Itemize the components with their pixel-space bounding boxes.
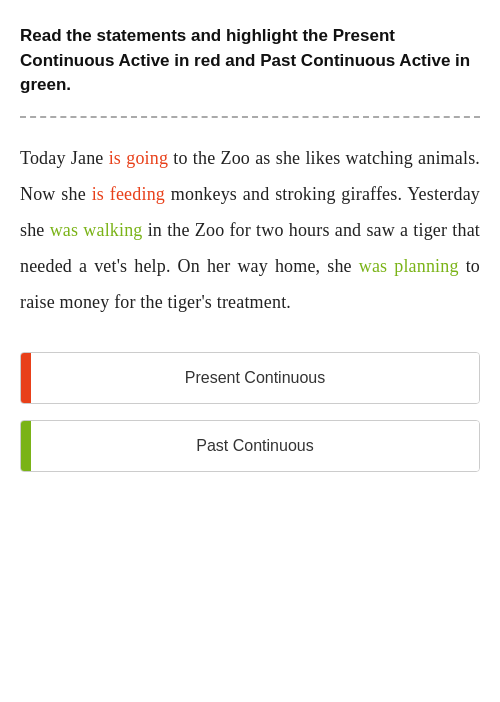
main-container: Read the statements and highlight the Pr… bbox=[0, 0, 500, 496]
present-continuous-color-bar bbox=[21, 353, 31, 403]
past-continuous-button[interactable]: Past Continuous bbox=[31, 421, 479, 471]
passage-text: Today Jane is going to the Zoo as she li… bbox=[20, 140, 480, 320]
highlight-present-2: is feeding bbox=[92, 184, 165, 204]
highlight-past-2: was planning bbox=[359, 256, 459, 276]
past-continuous-color-bar bbox=[21, 421, 31, 471]
highlight-past-1: was walking bbox=[50, 220, 143, 240]
buttons-section: Present Continuous Past Continuous bbox=[20, 352, 480, 472]
passage-segment-1: Today Jane bbox=[20, 148, 109, 168]
present-continuous-button[interactable]: Present Continuous bbox=[31, 353, 479, 403]
past-continuous-button-row[interactable]: Past Continuous bbox=[20, 420, 480, 472]
highlight-present-1: is going bbox=[109, 148, 168, 168]
instruction-text: Read the statements and highlight the Pr… bbox=[20, 24, 480, 98]
present-continuous-button-row[interactable]: Present Continuous bbox=[20, 352, 480, 404]
divider bbox=[20, 116, 480, 118]
